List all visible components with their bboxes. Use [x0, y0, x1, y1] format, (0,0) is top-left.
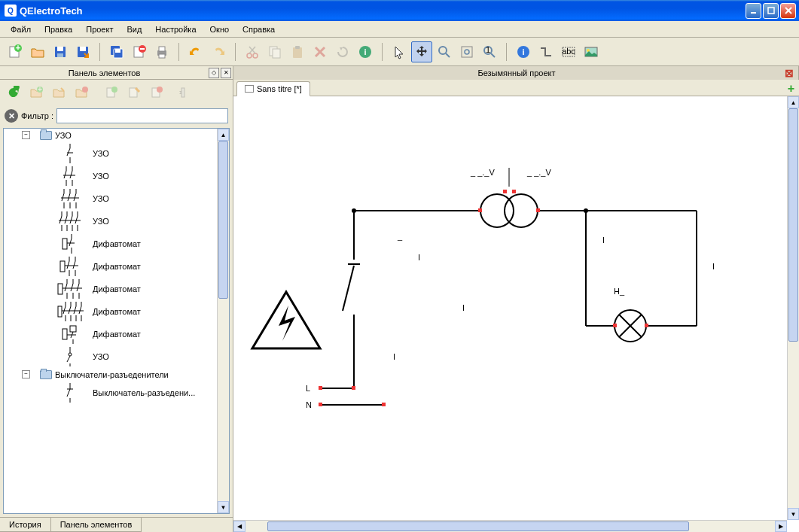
app-icon: Q [5, 5, 17, 17]
sheet-tab[interactable]: Sans titre [*] [236, 81, 310, 96]
panel-delete-element-button[interactable] [146, 82, 167, 103]
tree-item[interactable]: Дифавтомат [4, 323, 229, 345]
element-icon [56, 234, 84, 254]
panel-delete-category-button[interactable] [71, 82, 92, 103]
redo-button[interactable] [208, 41, 229, 62]
tree-label: Выключатели-разъеденители [55, 370, 169, 379]
tree-item[interactable]: Дифавтомат [4, 255, 229, 278]
tab-history[interactable]: История [0, 518, 51, 532]
filter-clear-button[interactable]: ✕ [5, 109, 18, 123]
cut-button[interactable] [242, 41, 263, 62]
tree-item[interactable]: УЗО [4, 187, 229, 210]
tree-item[interactable]: Дифавтомат [4, 300, 229, 323]
filter-input[interactable] [56, 108, 228, 123]
minimize-button[interactable] [746, 3, 761, 19]
conductor-button[interactable] [535, 41, 557, 62]
element-icon [56, 257, 84, 276]
titlebar: Q QElectroTech [0, 0, 799, 21]
project-tab-close-icon[interactable]: ⊠ [785, 67, 794, 79]
tree-item[interactable]: Дифавтомат [4, 278, 229, 300]
canvas-scrollbar-vertical[interactable]: ▲ ▼ [787, 96, 799, 520]
panel-new-element-button[interactable] [101, 82, 122, 103]
tree-scrollbar[interactable]: ▲ ▼ [217, 129, 229, 513]
tree-item[interactable]: УЗО [4, 210, 229, 233]
paste-button[interactable] [287, 41, 308, 62]
tree-folder-uzo[interactable]: УЗО [4, 129, 229, 142]
svg-line-123 [74, 306, 76, 314]
svg-line-34 [446, 53, 450, 57]
tree-item[interactable]: Дифавтомат [4, 233, 229, 255]
delete-button[interactable] [310, 41, 331, 62]
zoom-reset-button[interactable]: 1 [479, 41, 500, 62]
svg-rect-27 [293, 47, 302, 58]
add-sheet-button[interactable]: + [788, 82, 794, 96]
tab-elements[interactable]: Панель элементов [50, 518, 142, 532]
panel-close-button[interactable]: ✕ [221, 68, 231, 78]
panel-edit-element-button[interactable] [124, 82, 145, 103]
panel-new-category-button[interactable]: + [26, 82, 47, 103]
maximize-button[interactable] [763, 3, 779, 19]
svg-rect-115 [58, 306, 62, 317]
project-tab[interactable]: Безымянный проект ⊠ [233, 66, 799, 80]
svg-rect-104 [58, 284, 63, 294]
svg-text:1: 1 [486, 45, 490, 54]
project-info-button[interactable]: i [513, 41, 534, 62]
svg-line-120 [69, 306, 71, 314]
pointer-tool[interactable] [389, 41, 410, 62]
panel-import-button[interactable] [169, 82, 190, 103]
undo-button[interactable] [185, 41, 206, 62]
tree-item[interactable]: УЗО [4, 345, 229, 368]
zoom-tool[interactable] [434, 41, 455, 62]
tree-label: Дифавтомат [93, 262, 141, 271]
titleblock-button[interactable]: abc [558, 41, 579, 62]
menubar: Файл Правка Проект Вид Настройка Окно Сп… [0, 21, 799, 38]
new-button[interactable]: + [5, 41, 26, 62]
panel-reload-button[interactable] [3, 82, 24, 103]
svg-line-85 [70, 216, 72, 223]
element-icon [56, 347, 84, 366]
element-icon [56, 166, 84, 186]
close-button[interactable] [780, 3, 796, 19]
sheet-tab-label: Sans titre [*] [257, 84, 302, 93]
close-project-button[interactable] [129, 41, 150, 62]
svg-rect-96 [60, 261, 65, 272]
menu-view[interactable]: Вид [120, 23, 148, 35]
menu-help[interactable]: Справка [236, 23, 281, 35]
svg-point-49 [82, 87, 88, 93]
zoom-fit-button[interactable] [456, 41, 477, 62]
sheet-tabs: Sans titre [*] + [233, 80, 799, 96]
panel-float-button[interactable]: ◇ [209, 68, 219, 78]
open-button[interactable] [27, 41, 48, 62]
copy-button[interactable] [264, 41, 285, 62]
rotate-button[interactable] [332, 41, 353, 62]
tree-item[interactable]: Выключатель-разъедени... [4, 382, 229, 404]
svg-line-88 [75, 216, 78, 223]
canvas-scrollbar-horizontal[interactable]: ◀ ▶ [233, 520, 787, 532]
tree-folder-switches[interactable]: Выключатели-разъеденители [4, 368, 229, 382]
panel-toolbar: + [0, 80, 233, 105]
image-button[interactable] [581, 41, 602, 62]
save-button[interactable] [50, 41, 71, 62]
tree-item[interactable]: УЗО [4, 165, 229, 187]
tree-item[interactable]: УЗО [4, 142, 229, 165]
element-tree[interactable]: УЗО УЗО УЗО УЗО УЗО Дифавтомат Дифавтома… [3, 128, 230, 514]
svg-rect-26 [273, 49, 280, 58]
svg-text:+: + [16, 44, 20, 52]
menu-window[interactable]: Окно [204, 23, 236, 35]
menu-settings[interactable]: Настройка [149, 23, 202, 35]
print-button[interactable] [151, 41, 172, 62]
menu-file[interactable]: Файл [5, 23, 37, 35]
svg-text:abc: abc [562, 47, 575, 56]
panel-edit-category-button[interactable] [48, 82, 69, 103]
info-button[interactable]: i [355, 41, 376, 62]
menu-project[interactable]: Проект [80, 23, 119, 35]
schematic-canvas[interactable]: L N H_ _ _._V _ _._V _ I I I I I ▲ ▼ [233, 96, 799, 532]
move-tool[interactable] [411, 41, 432, 62]
save-all-button[interactable] [106, 41, 127, 62]
tree-label: УЗО [93, 172, 109, 181]
panel-header: Панель элементов ◇ ✕ [0, 66, 233, 80]
menu-edit[interactable]: Правка [38, 23, 78, 35]
save-as-button[interactable] [72, 41, 93, 62]
svg-line-112 [77, 284, 79, 291]
svg-line-58 [67, 148, 70, 156]
